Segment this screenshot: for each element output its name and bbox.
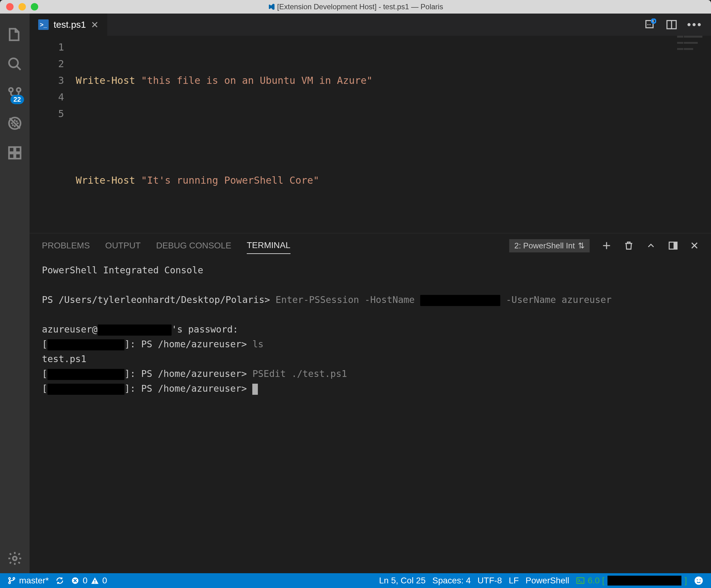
minimap[interactable] bbox=[677, 36, 711, 73]
search-icon[interactable] bbox=[0, 49, 29, 79]
powershell-version-status[interactable]: 6.0 [] bbox=[576, 576, 687, 586]
sync-status[interactable] bbox=[56, 576, 64, 585]
svg-rect-6 bbox=[9, 147, 14, 152]
indentation-status[interactable]: Spaces: 4 bbox=[432, 576, 471, 586]
warning-icon bbox=[91, 576, 99, 585]
problems-status[interactable]: 0 0 bbox=[71, 576, 107, 586]
redacted-status bbox=[607, 576, 682, 586]
status-bar: master* 0 0 Ln 5, Col 25 Spaces: 4 UTF-8… bbox=[0, 573, 711, 588]
svg-rect-13 bbox=[648, 24, 648, 25]
vscode-icon bbox=[268, 3, 275, 10]
redacted-host bbox=[47, 384, 125, 395]
svg-rect-29 bbox=[577, 578, 584, 584]
svg-point-22 bbox=[8, 582, 10, 584]
terminal-content[interactable]: PowerShell Integrated Console PS /Users/… bbox=[42, 258, 699, 573]
sync-icon bbox=[56, 576, 64, 585]
redacted-host bbox=[47, 369, 125, 380]
git-branch-status[interactable]: master* bbox=[7, 576, 49, 586]
panel-tab-row: PROBLEMS OUTPUT DEBUG CONSOLE TERMINAL 2… bbox=[42, 233, 699, 258]
svg-point-23 bbox=[13, 578, 15, 580]
close-tab-icon[interactable]: ✕ bbox=[91, 19, 99, 30]
redacted-host bbox=[98, 324, 172, 336]
svg-point-32 bbox=[697, 580, 698, 580]
terminal-output: test.ps1 bbox=[42, 352, 699, 366]
branch-icon bbox=[7, 576, 16, 585]
terminal-line: []: PS /home/azureuser> ls bbox=[42, 337, 699, 352]
more-actions-icon[interactable]: ••• bbox=[687, 18, 703, 31]
scm-badge: 22 bbox=[10, 95, 24, 104]
terminal-cursor bbox=[252, 384, 258, 395]
line-number-gutter: 1 2 3 4 5 bbox=[29, 36, 76, 233]
svg-point-31 bbox=[695, 576, 703, 585]
language-mode-status[interactable]: PowerShell bbox=[525, 576, 569, 586]
svg-rect-8 bbox=[9, 153, 14, 159]
powershell-file-icon: >_ bbox=[38, 19, 49, 30]
redacted-host bbox=[47, 339, 125, 351]
split-editor-icon[interactable] bbox=[665, 19, 678, 31]
tab-output[interactable]: OUTPUT bbox=[105, 237, 141, 254]
explorer-icon[interactable] bbox=[0, 20, 29, 49]
bottom-panel: PROBLEMS OUTPUT DEBUG CONSOLE TERMINAL 2… bbox=[29, 233, 711, 573]
svg-rect-7 bbox=[15, 147, 21, 152]
debug-icon[interactable] bbox=[0, 108, 29, 138]
settings-gear-icon[interactable] bbox=[0, 544, 29, 573]
tab-debug-console[interactable]: DEBUG CONSOLE bbox=[156, 237, 231, 254]
terminal-line: PS /Users/tylerleonhardt/Desktop/Polaris… bbox=[42, 292, 699, 307]
svg-rect-14 bbox=[650, 24, 651, 25]
activity-bar: 22 bbox=[0, 14, 29, 573]
terminal-line: azureuser@'s password: bbox=[42, 322, 699, 337]
cursor-position-status[interactable]: Ln 5, Col 25 bbox=[379, 576, 426, 586]
svg-point-21 bbox=[8, 578, 10, 580]
close-panel-icon[interactable]: ✕ bbox=[690, 239, 699, 252]
tab-label: test.ps1 bbox=[53, 19, 86, 30]
updown-icon: ⇅ bbox=[578, 241, 585, 251]
terminal-line: []: PS /home/azureuser> bbox=[42, 381, 699, 396]
tab-terminal[interactable]: TERMINAL bbox=[247, 237, 290, 254]
open-changes-icon[interactable] bbox=[644, 19, 656, 31]
editor-tab-bar: >_ test.ps1 ✕ ••• bbox=[29, 14, 711, 36]
svg-point-1 bbox=[9, 88, 13, 92]
feedback-icon[interactable] bbox=[694, 576, 704, 586]
eol-status[interactable]: LF bbox=[509, 576, 519, 586]
encoding-status[interactable]: UTF-8 bbox=[477, 576, 502, 586]
editor-actions: ••• bbox=[644, 14, 711, 36]
powershell-icon bbox=[576, 576, 585, 585]
svg-point-33 bbox=[699, 580, 701, 580]
macos-titlebar: [Extension Development Host] - test.ps1 … bbox=[0, 0, 711, 14]
code-editor[interactable]: 1 2 3 4 5 Write-Host "this file is on an… bbox=[29, 36, 711, 233]
svg-rect-9 bbox=[15, 153, 21, 159]
tab-problems[interactable]: PROBLEMS bbox=[42, 237, 90, 254]
code-content[interactable]: Write-Host "this file is on an Ubuntu VM… bbox=[76, 36, 711, 233]
new-terminal-icon[interactable] bbox=[601, 240, 612, 251]
window-title: [Extension Development Host] - test.ps1 … bbox=[0, 2, 711, 11]
terminal-header: PowerShell Integrated Console bbox=[42, 263, 699, 278]
svg-rect-20 bbox=[673, 242, 677, 249]
source-control-icon[interactable]: 22 bbox=[0, 79, 29, 108]
kill-terminal-icon[interactable] bbox=[624, 240, 634, 251]
terminal-selector[interactable]: 2: PowerShell Int ⇅ bbox=[509, 239, 590, 252]
error-icon bbox=[71, 576, 80, 585]
extensions-icon[interactable] bbox=[0, 138, 29, 168]
toggle-panel-position-icon[interactable] bbox=[668, 240, 678, 251]
svg-point-10 bbox=[13, 556, 17, 561]
collapse-panel-icon[interactable] bbox=[646, 240, 656, 251]
svg-point-2 bbox=[17, 88, 21, 92]
svg-point-0 bbox=[9, 58, 18, 67]
svg-point-28 bbox=[94, 583, 95, 583]
tab-test-ps1[interactable]: >_ test.ps1 ✕ bbox=[29, 14, 108, 36]
terminal-line: []: PS /home/azureuser> PSEdit ./test.ps… bbox=[42, 366, 699, 381]
redacted-hostname bbox=[420, 295, 500, 306]
